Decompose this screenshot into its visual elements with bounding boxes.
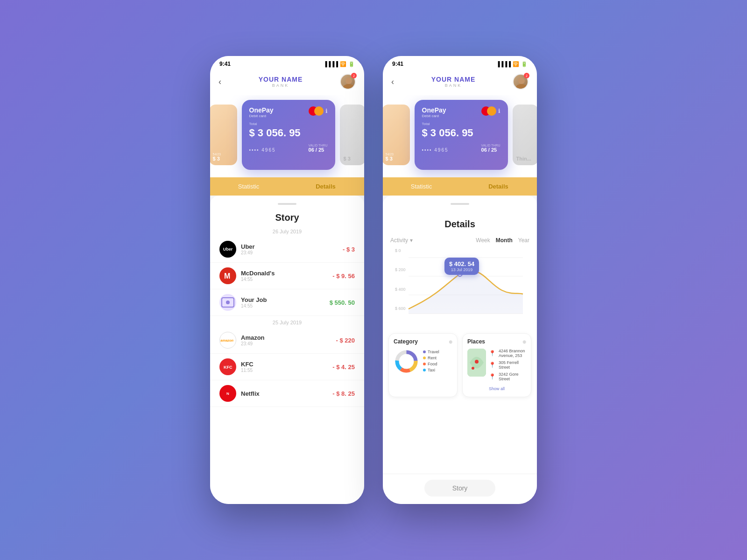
cards-area-2: 54/23 $ 3 OnePay Debit card ℹ Total $ 3 … [383,95,537,177]
show-all-link[interactable]: Show all [489,386,505,391]
netflix-icon: N [219,385,236,402]
tab-details-1[interactable]: Details [287,177,364,196]
tx-amount-uber: - $ 3 [343,246,355,253]
battery-icon: 🔋 [348,61,355,67]
cards-area-1: 54/23 $ 3 OnePay Debit card ℹ Total $ 3 [210,95,364,177]
story-title-1: Story [210,212,364,225]
time-tab-month[interactable]: Month [496,237,513,244]
header-title-1: YOUR NAME BANK [259,76,303,88]
tab-details-2[interactable]: Details [460,177,537,196]
svg-text:M: M [224,272,230,280]
places-title: Places [467,338,485,345]
mcd-icon: M [219,267,236,284]
y-axis-labels: $ 600 $ 400 $ 200 $ 0 [395,248,406,311]
tooltip-date: 13 Jul 2019 [449,267,474,272]
story-content-1: Story 26 July 2019 Uber Uber 23:49 - $ 3… [210,196,364,504]
tx-time-kfc: 11:55 [241,368,332,373]
card-brand-2: OnePay [422,106,446,114]
svg-point-22 [472,367,474,370]
status-icons-2: ▐▐▐▐ 🛜 🔋 [496,61,528,67]
tx-time-amazon: 23:49 [241,341,336,346]
card-info-icon-2: ℹ [498,108,500,114]
svg-point-1 [343,84,354,90]
date-label-1: 26 July 2019 [210,225,364,236]
legend-travel: Travel [423,350,439,354]
places-list: 📍 4246 Brannon Avenue, 253 📍 305 Ferrell… [489,349,526,392]
card-main-1[interactable]: OnePay Debit card ℹ Total $ 3 056. 95 ••… [242,100,335,170]
card-brand-area-2: OnePay Debit card [422,106,446,118]
status-bar-2: 9:41 ▐▐▐▐ 🛜 🔋 [383,56,537,70]
place-name-1: 4246 Brannon Avenue, 253 [499,349,526,358]
tab-statistic-1[interactable]: Statistic [210,177,287,196]
card-right-2[interactable]: Thin... [513,105,537,165]
place-item-3: 📍 3242 Gore Street [489,372,526,381]
tx-time-mcd: 14:55 [241,277,332,282]
card-number-1: •••• 4965 [249,147,276,153]
tx-name-netflix: Netflix [241,390,332,397]
category-header: Category ⊕ [394,338,452,345]
tx-time-uber: 23:49 [241,250,343,255]
time-tab-week[interactable]: Week [476,237,490,244]
time-tab-year[interactable]: Year [518,237,529,244]
transaction-item-job[interactable]: Your Job 14:55 $ 550. 50 [210,289,364,316]
details-content-2: Details Activity ▾ Week Month Year $ 600… [383,196,537,474]
signal-icon-2: ▐▐▐▐ [496,61,511,67]
activity-bar: Activity ▾ Week Month Year [383,234,537,248]
card-expiry-2: 06 / 25 [481,147,500,153]
transaction-item-uber[interactable]: Uber Uber 23:49 - $ 3 [210,236,364,263]
avatar-wrap-1[interactable]: 2 [340,74,356,90]
card-amount-1: $ 3 056. 95 [249,127,328,139]
back-button-1[interactable]: ‹ [218,77,221,87]
transaction-item-netflix[interactable]: N Netflix - $ 8. 25 [210,380,364,407]
legend-dot-taxi [423,369,426,371]
phone-1: 9:41 ▐▐▐▐ 🛜 🔋 ‹ YOUR NAME BANK 2 54/23 [210,56,364,504]
card-left-2[interactable]: 54/23 $ 3 [383,105,410,165]
category-more: ⊕ [449,339,452,344]
scroll-indicator-1 [278,203,296,205]
card-main-2[interactable]: OnePay Debit card ℹ Total $ 3 056. 95 ••… [415,100,508,170]
story-button[interactable]: Story [424,480,496,497]
transaction-item-amazon[interactable]: amazon Amazon 23:49 - $ 220 [210,327,364,354]
card-right-1[interactable]: $ 3 [340,105,365,165]
card-brand-1: OnePay [249,106,274,114]
card-left-num: 54/23 [213,153,233,156]
card-top-2: OnePay Debit card ℹ [422,106,500,118]
tx-info-job: Your Job 14:55 [241,296,330,308]
legend-food: Food [423,362,439,366]
place-name-2: 305 Ferrell Street [499,360,526,370]
date-label-2: 25 July 2019 [210,316,364,327]
kfc-icon: KFC [219,358,236,375]
legend-label-rent: Rent [428,356,437,360]
wifi-icon: 🛜 [340,61,346,67]
place-name-3: 3242 Gore Street [499,372,526,381]
card-number-2: •••• 4965 [422,147,449,153]
avatar-wrap-2[interactable]: 2 [513,74,529,90]
transaction-item-mcd[interactable]: M McDonald's 14:55 - $ 9. 56 [210,263,364,289]
header-title-2: YOUR NAME BANK [431,76,476,88]
card-valid-label-2: VALID THRU [481,144,500,147]
job-icon [219,294,236,311]
tx-info-uber: Uber 23:49 [241,243,343,255]
place-item-1: 📍 4246 Brannon Avenue, 253 [489,349,526,358]
bank-label-1: BANK [259,83,303,88]
svg-point-9 [516,84,527,90]
card-right-bal-2: Thin... [516,156,535,161]
card-left-1[interactable]: 54/23 $ 3 [210,105,237,165]
svg-point-4 [226,301,230,304]
place-icon-1: 📍 [489,350,496,357]
user-name-1: YOUR NAME [259,76,303,83]
transaction-item-kfc[interactable]: KFC KFC 11:55 - $ 4. 25 [210,354,364,380]
card-expiry-1: 06 / 25 [309,147,328,153]
back-button-2[interactable]: ‹ [391,77,394,87]
tab-statistic-2[interactable]: Statistic [383,177,460,196]
places-content: 📍 4246 Brannon Avenue, 253 📍 305 Ferrell… [467,349,526,392]
tx-info-netflix: Netflix [241,390,332,397]
time-tabs: Week Month Year [476,237,529,244]
avatar-badge-2: 2 [524,73,529,78]
status-icons-1: ▐▐▐▐ 🛜 🔋 [324,61,355,67]
card-expiry-area-2: VALID THRU 06 / 25 [481,144,500,153]
activity-label[interactable]: Activity ▾ [390,237,413,244]
tx-info-kfc: KFC 11:55 [241,361,332,373]
map-thumbnail [467,349,486,377]
card-total-label-2: Total [422,122,500,126]
